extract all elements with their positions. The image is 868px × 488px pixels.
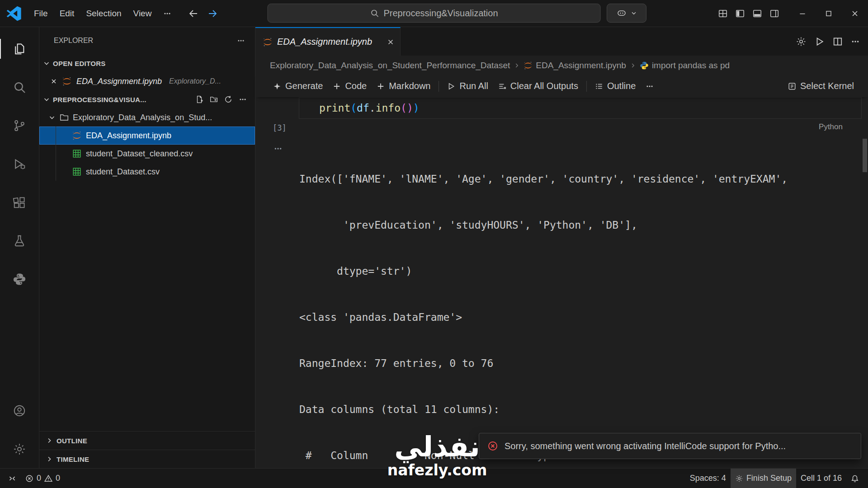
back-button[interactable] bbox=[188, 8, 199, 19]
activity-search[interactable] bbox=[0, 73, 39, 102]
toolbar-divider bbox=[586, 81, 587, 92]
activity-explorer[interactable] bbox=[0, 34, 39, 63]
explorer-sidebar: EXPLORER OPEN EDITORS EDA_Assignment.ipy… bbox=[39, 27, 255, 468]
toolbar-more-button[interactable] bbox=[641, 80, 659, 93]
breadcrumb-folder[interactable]: Exploratory_Data_Analysis_on_Student_Per… bbox=[270, 61, 510, 70]
activity-extensions[interactable] bbox=[0, 188, 39, 217]
workspace-section[interactable]: PREPROCESSING&VISUA... bbox=[39, 90, 255, 108]
notification-toast[interactable]: Sorry, something went wrong activating I… bbox=[479, 433, 861, 459]
titlebar-right bbox=[718, 0, 868, 27]
explorer-more-button[interactable] bbox=[237, 37, 245, 45]
editor-scrollbar[interactable] bbox=[863, 139, 867, 172]
settings-button[interactable] bbox=[0, 435, 39, 464]
tree-file-notebook[interactable]: EDA_Assignment.ipynb bbox=[39, 127, 255, 145]
layout-controls bbox=[718, 9, 779, 19]
toggle-primary-sidebar-button[interactable] bbox=[735, 9, 745, 19]
close-tab-button[interactable] bbox=[387, 38, 395, 46]
breadcrumb-symbol[interactable]: import pandas as pd bbox=[640, 61, 730, 70]
tree-file-csv[interactable]: student_Dataset.csv bbox=[39, 163, 255, 181]
copilot-icon bbox=[616, 8, 627, 19]
menu-edit[interactable]: Edit bbox=[54, 6, 80, 21]
toggle-secondary-sidebar-button[interactable] bbox=[769, 9, 779, 19]
workspace-more-button[interactable] bbox=[239, 95, 247, 103]
add-code-cell-button[interactable]: Code bbox=[328, 79, 372, 94]
menu-more-button[interactable] bbox=[157, 7, 177, 20]
finish-setup-button[interactable]: Finish Setup bbox=[731, 469, 796, 488]
more-icon bbox=[237, 37, 245, 45]
select-kernel-button[interactable]: Select Kernel bbox=[783, 79, 859, 94]
minimize-button[interactable] bbox=[789, 0, 816, 27]
command-center-search[interactable]: Preprocessing&Visualization bbox=[268, 4, 601, 23]
tree-file-csv-cleaned[interactable]: student_Dataset_cleaned.csv bbox=[39, 145, 255, 163]
notebook-settings-button[interactable] bbox=[796, 36, 807, 47]
execution-count: [3] bbox=[273, 123, 287, 132]
code-cell-editor[interactable]: print(df.info()) bbox=[299, 97, 862, 119]
copilot-button[interactable] bbox=[607, 4, 646, 23]
remote-indicator[interactable] bbox=[4, 469, 21, 488]
close-window-button[interactable] bbox=[842, 0, 868, 27]
cell-language-picker[interactable]: Python bbox=[819, 122, 843, 131]
tab-eda-assignment[interactable]: EDA_Assignment.ipynb bbox=[255, 27, 401, 56]
outline-section[interactable]: OUTLINE bbox=[39, 431, 255, 450]
status-bar-right: Spaces: 4 Finish Setup Cell 1 of 16 bbox=[685, 469, 863, 488]
indentation-indicator[interactable]: Spaces: 4 bbox=[685, 469, 731, 488]
more-icon bbox=[646, 82, 654, 90]
file-name: student_Dataset_cleaned.csv bbox=[86, 149, 193, 159]
add-markdown-cell-button[interactable]: Markdown bbox=[372, 79, 435, 94]
split-editor-button[interactable] bbox=[833, 37, 843, 47]
forward-button[interactable] bbox=[207, 8, 218, 19]
cell-position-indicator[interactable]: Cell 1 of 16 bbox=[796, 469, 846, 488]
files-icon bbox=[13, 42, 26, 56]
menu-selection[interactable]: Selection bbox=[80, 6, 127, 21]
outline-button[interactable]: Outline bbox=[590, 79, 641, 94]
new-folder-button[interactable] bbox=[210, 95, 218, 103]
refresh-button[interactable] bbox=[224, 95, 232, 103]
search-icon bbox=[13, 80, 26, 94]
indent-guide bbox=[56, 127, 56, 181]
menu-file[interactable]: File bbox=[28, 6, 54, 21]
tree-folder[interactable]: Exploratory_Data_Analysis_on_Stud... bbox=[39, 108, 255, 127]
warning-icon bbox=[44, 474, 52, 483]
open-editor-item[interactable]: EDA_Assignment.ipynb Exploratory_D... bbox=[39, 72, 255, 90]
toggle-panel-button[interactable] bbox=[752, 9, 762, 19]
command-center-label: Preprocessing&Visualization bbox=[383, 8, 498, 19]
breadcrumb: Exploratory_Data_Analysis_on_Student_Per… bbox=[255, 56, 868, 75]
open-editors-section[interactable]: OPEN EDITORS bbox=[39, 54, 255, 72]
account-button[interactable] bbox=[0, 396, 39, 425]
close-icon[interactable] bbox=[50, 78, 57, 85]
code-token: ) bbox=[413, 102, 420, 114]
run-button[interactable] bbox=[815, 37, 825, 47]
workspace-actions bbox=[195, 95, 247, 103]
breadcrumb-file[interactable]: EDA_Assignment.ipynb bbox=[524, 61, 626, 70]
customize-layout-button[interactable] bbox=[718, 9, 728, 19]
maximize-button[interactable] bbox=[816, 0, 842, 27]
sidebar-left-icon bbox=[735, 9, 745, 19]
code-token: ( bbox=[401, 102, 407, 114]
clear-all-outputs-button[interactable]: Clear All Outputs bbox=[493, 79, 583, 94]
notebook-toolbar: Generate Code Markdown Run All Clea bbox=[255, 75, 868, 97]
timeline-section[interactable]: TIMELINE bbox=[39, 450, 255, 468]
run-all-button[interactable]: Run All bbox=[442, 79, 493, 94]
activity-testing[interactable] bbox=[0, 226, 39, 255]
menu-bar: File Edit Selection View bbox=[28, 6, 177, 21]
jupyter-notebook-icon bbox=[72, 131, 82, 141]
notifications-button[interactable] bbox=[846, 469, 863, 488]
activity-run-debug[interactable] bbox=[0, 150, 39, 178]
vscode-window: File Edit Selection View Preprocessing&V… bbox=[0, 0, 868, 488]
code-token: ( bbox=[350, 102, 357, 114]
jupyter-notebook-icon bbox=[524, 61, 533, 70]
play-icon bbox=[815, 37, 825, 47]
new-file-button[interactable] bbox=[195, 95, 203, 103]
maximize-icon bbox=[825, 9, 833, 18]
chevron-down-icon bbox=[43, 60, 50, 67]
generate-button[interactable]: Generate bbox=[268, 79, 328, 94]
menu-view[interactable]: View bbox=[127, 6, 158, 21]
sidebar-right-icon bbox=[769, 9, 779, 19]
output-collapse-button[interactable] bbox=[274, 144, 283, 153]
notebook-content: print(df.info()) [3] Python Index(['fNAM… bbox=[255, 97, 868, 468]
activity-source-control[interactable] bbox=[0, 111, 39, 140]
problems-indicator[interactable]: 0 0 bbox=[21, 469, 65, 488]
activity-python[interactable] bbox=[0, 265, 39, 294]
plus-icon bbox=[377, 82, 385, 90]
editor-more-button[interactable] bbox=[851, 37, 860, 46]
